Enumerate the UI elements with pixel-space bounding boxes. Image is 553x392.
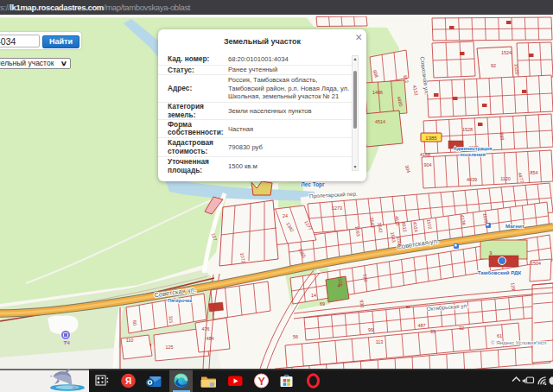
svg-text:поселения: поселения: [460, 152, 486, 157]
svg-text:113: 113: [376, 339, 384, 345]
svg-text:1120: 1120: [500, 176, 511, 181]
svg-text:1528: 1528: [462, 127, 473, 132]
svg-text:854: 854: [531, 170, 538, 175]
svg-text:930: 930: [359, 300, 365, 307]
svg-text:24: 24: [283, 213, 288, 218]
svg-text:115: 115: [168, 315, 175, 323]
svg-text:1524: 1524: [501, 50, 512, 55]
svg-text:35: 35: [430, 329, 435, 334]
svg-text:120: 120: [363, 274, 369, 281]
svg-text:110: 110: [126, 338, 134, 343]
svg-text:1520: 1520: [513, 64, 519, 74]
svg-text:Y: Y: [258, 376, 266, 388]
svg-text:484: 484: [207, 336, 214, 341]
svg-text:904: 904: [424, 162, 432, 168]
svg-text:99: 99: [368, 327, 373, 332]
svg-text:4514: 4514: [375, 119, 385, 124]
svg-text:Я: Я: [125, 376, 131, 386]
svg-text:125: 125: [166, 345, 174, 350]
svg-text:56: 56: [293, 334, 298, 339]
svg-text:© Яндекс Условия исп: © Яндекс Условия исп: [491, 339, 546, 345]
svg-text:129: 129: [511, 282, 517, 290]
svg-text:487: 487: [418, 323, 426, 328]
svg-text:1156: 1156: [337, 276, 343, 287]
svg-text:1385: 1385: [425, 136, 437, 141]
svg-text:61: 61: [497, 333, 502, 338]
svg-text:1273: 1273: [332, 205, 342, 211]
svg-text:Тамбовский РДК: Тамбовский РДК: [478, 269, 522, 275]
svg-text:80: 80: [132, 320, 138, 326]
svg-text:Пятёрочка: Пятёрочка: [168, 298, 193, 303]
svg-text:Лес Торг: Лес Торг: [301, 181, 325, 188]
svg-text:4168: 4168: [420, 152, 430, 157]
svg-text:Магнит: Магнит: [505, 223, 524, 229]
svg-text:32: 32: [459, 326, 464, 331]
svg-text:Администрация: Администрация: [454, 146, 493, 151]
svg-text:14: 14: [311, 293, 316, 298]
svg-text:1504: 1504: [531, 261, 541, 266]
svg-text:898: 898: [499, 132, 505, 140]
svg-text:9: 9: [490, 250, 493, 256]
svg-text:476: 476: [202, 326, 210, 332]
svg-text:ТЧ: ТЧ: [63, 340, 69, 345]
svg-text:4439: 4439: [467, 177, 477, 182]
svg-text:69: 69: [320, 301, 325, 307]
svg-text:1486: 1486: [372, 90, 383, 95]
svg-text:92: 92: [491, 63, 496, 68]
